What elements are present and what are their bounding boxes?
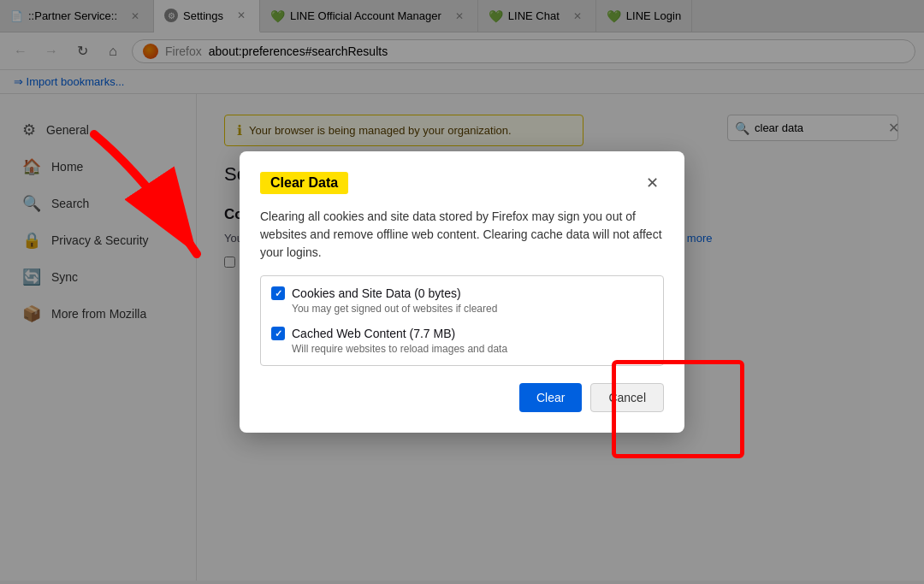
- modal-close-button[interactable]: ✕: [641, 172, 664, 194]
- modal-option-cookies: Cookies and Site Data (0 bytes) You may …: [271, 286, 653, 315]
- cache-option-label: Cached Web Content (7.7 MB): [292, 327, 455, 340]
- red-arrow-annotation: [43, 126, 257, 297]
- modal-options: Cookies and Site Data (0 bytes) You may …: [260, 275, 664, 366]
- cache-option-desc: Will require websites to reload images a…: [292, 343, 653, 355]
- clear-data-modal: Clear Data ✕ Clearing all cookies and si…: [240, 151, 684, 433]
- modal-body: Clearing all cookies and site data store…: [260, 208, 664, 262]
- modal-overlay: Clear Data ✕ Clearing all cookies and si…: [0, 0, 924, 584]
- modal-option-cache: Cached Web Content (7.7 MB) Will require…: [271, 327, 653, 355]
- modal-footer: Clear Cancel: [260, 383, 664, 412]
- cookies-option-label: Cookies and Site Data (0 bytes): [292, 286, 461, 300]
- clear-button[interactable]: Clear: [519, 383, 582, 412]
- modal-header: Clear Data ✕: [260, 172, 664, 194]
- cache-checkbox[interactable]: [271, 327, 285, 340]
- modal-title: Clear Data: [260, 172, 348, 194]
- cancel-button[interactable]: Cancel: [590, 383, 664, 412]
- cookies-checkbox[interactable]: [271, 286, 285, 300]
- cookies-option-desc: You may get signed out of websites if cl…: [292, 303, 653, 315]
